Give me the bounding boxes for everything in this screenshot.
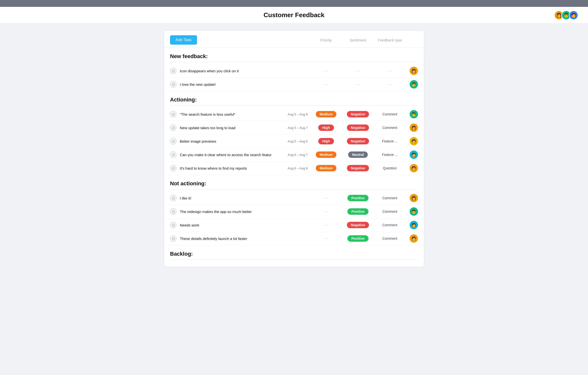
sentiment-cell: Positive (342, 235, 374, 242)
avatar: 🧑 (410, 137, 418, 145)
avatar: 🧑 (410, 164, 418, 172)
priority-dash: — (324, 82, 328, 86)
avatar-3: 🧑 (569, 11, 578, 20)
task-name: The redesign makes the app so much bette… (180, 210, 308, 214)
avatar: 👨 (410, 110, 418, 118)
feedback-type-cell: Feature ... (374, 153, 406, 157)
assignee-cell: 🧑 (406, 221, 418, 229)
task-dates: Aug 6 – Aug 8 (288, 166, 308, 170)
add-task-button[interactable]: Add Task (170, 35, 197, 45)
priority-cell: Medium (310, 111, 342, 117)
sentiment-cell: Negative (342, 125, 374, 131)
priority-dash: — (324, 69, 328, 73)
feedback-type-cell: Feature ... (374, 139, 406, 143)
task-name: "The search feature is less useful" (180, 112, 288, 116)
feedback-type-dash: — (388, 82, 392, 86)
assignee-cell: 👨 (406, 80, 418, 88)
sentiment-badge[interactable]: Positive (347, 208, 368, 215)
priority-badge[interactable]: Medium (316, 165, 337, 171)
table-row: New update takes too long to loadAug 5 –… (164, 121, 424, 135)
priority-badge[interactable]: Medium (316, 151, 337, 158)
section-divider-actioning (170, 105, 418, 106)
sentiment-badge[interactable]: Negative (347, 165, 369, 171)
task-checkbox[interactable] (170, 165, 176, 171)
task-dates: Aug 5 – Aug 6 (288, 139, 308, 143)
priority-dash: — (324, 209, 328, 213)
assignee-cell: 👩 (406, 194, 418, 202)
task-dates: Aug 6 – Aug 7 (288, 153, 308, 157)
avatar: 👨 (410, 207, 418, 216)
feedback-type-cell: Comment (374, 237, 406, 240)
assignee-cell: 🧑 (406, 164, 418, 172)
priority-dash: — (324, 236, 328, 240)
task-checkbox[interactable] (170, 81, 176, 88)
sections-container: New feedback:Icon disappears when you cl… (164, 48, 424, 260)
table-row: Needs work—NegativeComment🧑 (164, 218, 424, 232)
assignee-cell: 👩 (406, 124, 418, 132)
priority-badge[interactable]: Medium (316, 111, 337, 117)
task-checkbox[interactable] (170, 125, 176, 131)
sentiment-badge[interactable]: Negative (347, 222, 369, 228)
section-header-new-feedback: New feedback: (164, 48, 424, 61)
feedback-type-cell: Comment (374, 210, 406, 213)
feedback-type-dash: — (388, 69, 392, 73)
sentiment-cell: Negative (342, 222, 374, 228)
feedback-type-cell: — (374, 82, 406, 87)
assignee-cell: 🧑 (406, 234, 418, 243)
priority-cell: High (310, 125, 342, 131)
add-task-cell: Add Task (170, 35, 310, 45)
task-dates: Aug 5 – Aug 7 (288, 126, 308, 130)
section-header-backlog: Backlog: (164, 245, 424, 259)
feedback-type-cell: Question (374, 166, 406, 170)
feedback-type-cell: Comment (374, 112, 406, 116)
task-name: Icon disappears when you click on it (180, 69, 308, 73)
sentiment-cell: Positive (342, 195, 374, 201)
priority-dash: — (324, 196, 328, 200)
sentiment-cell: — (342, 82, 374, 87)
task-checkbox[interactable] (170, 235, 176, 242)
task-checkbox[interactable] (170, 138, 176, 144)
sentiment-badge[interactable]: Positive (347, 235, 368, 242)
sentiment-badge[interactable]: Negative (347, 125, 369, 131)
task-dates: Aug 5 – Aug 6 (288, 112, 308, 116)
priority-cell: — (310, 209, 342, 214)
sentiment-dash: — (356, 82, 360, 86)
priority-badge[interactable]: High (318, 138, 334, 144)
sentiment-badge[interactable]: Positive (347, 195, 368, 201)
task-checkbox[interactable] (170, 111, 176, 117)
feedback-type-cell: Comment (374, 196, 406, 200)
column-headers: Add Task Priority Sentiment Feedback typ… (164, 31, 424, 48)
priority-cell: Medium (310, 151, 342, 158)
feedback-type-header: Feedback type (374, 38, 406, 42)
task-checkbox[interactable] (170, 208, 176, 215)
sentiment-badge[interactable]: Negative (347, 138, 369, 144)
priority-badge[interactable]: High (318, 125, 334, 131)
sentiment-header: Sentiment (342, 38, 374, 42)
avatar: 🧑 (410, 150, 418, 159)
task-checkbox[interactable] (170, 68, 176, 74)
sentiment-badge[interactable]: Neutral (348, 151, 368, 158)
task-name: Better image previews (180, 139, 288, 143)
avatar: 👩 (410, 67, 418, 75)
priority-cell: High (310, 138, 342, 144)
task-name: These details definitely launch a lot fa… (180, 237, 308, 241)
table-row: It's hard to know where to find my repor… (164, 162, 424, 175)
assignee-cell: 👨 (406, 110, 418, 118)
sentiment-badge[interactable]: Negative (347, 111, 369, 117)
priority-header: Priority (310, 38, 342, 42)
sentiment-cell: Negative (342, 138, 374, 144)
avatar: 👩 (410, 124, 418, 132)
task-checkbox[interactable] (170, 151, 176, 158)
section-header-not-actioning: Not actioning: (164, 175, 424, 188)
section-header-actioning: Actioning: (164, 91, 424, 104)
header: Customer Feedback 👩 👨 🧑 (0, 7, 588, 24)
priority-cell: — (310, 69, 342, 73)
avatar: 🧑 (410, 234, 418, 243)
task-name: I love the new update! (180, 82, 308, 87)
task-checkbox[interactable] (170, 195, 176, 201)
assignee-cell: 👩 (406, 67, 418, 75)
feedback-type-cell: Comment (374, 223, 406, 227)
avatar: 👨 (410, 80, 418, 88)
task-checkbox[interactable] (170, 222, 176, 228)
priority-cell: — (310, 82, 342, 87)
